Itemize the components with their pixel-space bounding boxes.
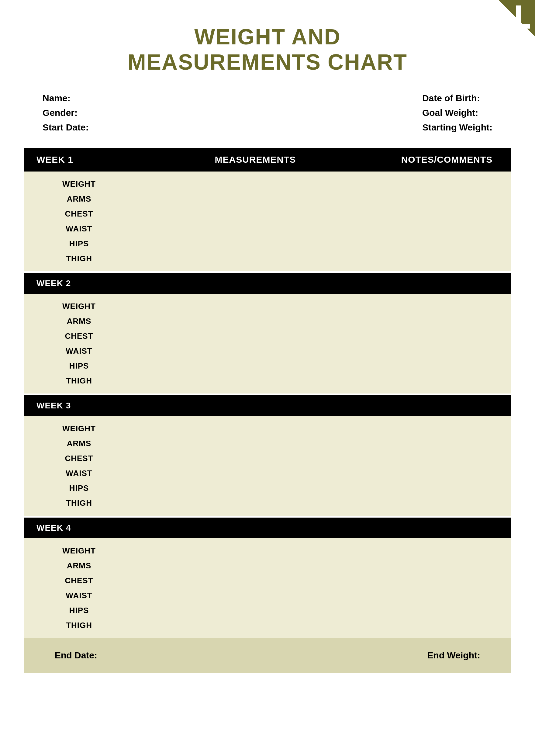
- week-4-data-row: WEIGHT ARMS CHEST WAIST HIPS THIGH: [24, 538, 511, 638]
- week-1-notes-cell: [383, 171, 511, 271]
- week-2-waist: WAIST: [66, 346, 92, 356]
- col-header-notes: NOTES/COMMENTS: [383, 148, 511, 171]
- week-3-waist: WAIST: [66, 469, 92, 478]
- week-2-notes-cell: [383, 294, 511, 393]
- week-4-chest: CHEST: [65, 576, 93, 585]
- week-1-data-row: WEIGHT ARMS CHEST WAIST HIPS THIGH: [24, 171, 511, 271]
- week-1-chest: CHEST: [65, 209, 93, 218]
- name-label: Name:: [42, 93, 89, 103]
- week-2-arms: ARMS: [67, 317, 92, 326]
- week-4-metrics-block: WEIGHT ARMS CHEST WAIST HIPS THIGH: [37, 546, 122, 630]
- week-4-measurements-cell: [128, 538, 383, 638]
- svg-rect-1: [516, 6, 521, 24]
- week-3-notes-cell: [383, 416, 511, 516]
- week-3-weight: WEIGHT: [62, 424, 96, 433]
- week-3-hips: HIPS: [69, 483, 89, 493]
- col-header-measurements: MEASUREMENTS: [128, 148, 383, 171]
- week-1-metrics-block: WEIGHT ARMS CHEST WAIST HIPS THIGH: [37, 179, 122, 263]
- start-date-label: Start Date:: [42, 122, 89, 132]
- footer-row: End Date: End Weight:: [24, 638, 511, 673]
- week-4-notes-cell: [383, 538, 511, 638]
- week-1-weight: WEIGHT: [62, 179, 96, 189]
- week-3-chest: CHEST: [65, 454, 93, 463]
- week-2-weight: WEIGHT: [62, 302, 96, 311]
- header: WEIGHT AND MEASUREMENTS CHART: [24, 18, 511, 75]
- week-1-metrics-cell: WEIGHT ARMS CHEST WAIST HIPS THIGH: [24, 171, 128, 271]
- week-4-waist: WAIST: [66, 591, 92, 600]
- dob-label: Date of Birth:: [422, 93, 493, 103]
- week-4-metrics-cell: WEIGHT ARMS CHEST WAIST HIPS THIGH: [24, 538, 128, 638]
- week-2-header-cell: WEEK 2: [24, 273, 511, 294]
- gender-label: Gender:: [42, 108, 89, 118]
- measurements-table: WEEK 1 MEASUREMENTS NOTES/COMMENTS WEIGH…: [24, 148, 511, 673]
- svg-rect-2: [507, 24, 530, 29]
- week-4-weight: WEIGHT: [62, 546, 96, 556]
- week-2-data-row: WEIGHT ARMS CHEST WAIST HIPS THIGH: [24, 294, 511, 393]
- info-column-right: Date of Birth: Goal Weight: Starting Wei…: [422, 93, 493, 132]
- week-2-header-row: WEEK 2: [24, 273, 511, 294]
- week-1-waist: WAIST: [66, 224, 92, 234]
- page: WEIGHT AND MEASUREMENTS CHART Name: Gend…: [0, 0, 535, 756]
- end-date-label: End Date:: [55, 650, 97, 660]
- week-2-thigh: THIGH: [66, 376, 92, 386]
- week-3-header-row: WEEK 3: [24, 395, 511, 416]
- week-3-arms: ARMS: [67, 439, 92, 448]
- table-header-row: WEEK 1 MEASUREMENTS NOTES/COMMENTS: [24, 148, 511, 171]
- week-1-thigh: THIGH: [66, 254, 92, 263]
- week-3-thigh: THIGH: [66, 498, 92, 508]
- week-1-arms: ARMS: [67, 194, 92, 204]
- week-3-metrics-cell: WEIGHT ARMS CHEST WAIST HIPS THIGH: [24, 416, 128, 516]
- week-1-measurements-cell: [128, 171, 383, 271]
- week-4-hips: HIPS: [69, 606, 89, 615]
- week-2-measurements-cell: [128, 294, 383, 393]
- end-weight-label: End Weight:: [427, 650, 480, 660]
- week-2-hips: HIPS: [69, 361, 89, 371]
- week-3-measurements-cell: [128, 416, 383, 516]
- info-section: Name: Gender: Start Date: Date of Birth:…: [24, 93, 511, 132]
- corner-decoration-icon: [498, 0, 535, 37]
- week-2-metrics-block: WEIGHT ARMS CHEST WAIST HIPS THIGH: [37, 302, 122, 386]
- week-2-chest: CHEST: [65, 332, 93, 341]
- week-3-data-row: WEIGHT ARMS CHEST WAIST HIPS THIGH: [24, 416, 511, 516]
- week-3-metrics-block: WEIGHT ARMS CHEST WAIST HIPS THIGH: [37, 424, 122, 508]
- week-4-header-row: WEEK 4: [24, 518, 511, 538]
- col-header-week: WEEK 1: [24, 148, 128, 171]
- starting-weight-label: Starting Weight:: [422, 122, 493, 132]
- week-3-header-cell: WEEK 3: [24, 395, 511, 416]
- goal-weight-label: Goal Weight:: [422, 108, 493, 118]
- week-1-hips: HIPS: [69, 239, 89, 248]
- week-4-arms: ARMS: [67, 561, 92, 570]
- page-title: WEIGHT AND MEASUREMENTS CHART: [24, 24, 511, 75]
- info-column-left: Name: Gender: Start Date:: [42, 93, 89, 132]
- footer-section: End Date: End Weight:: [24, 638, 511, 673]
- week-4-header-cell: WEEK 4: [24, 518, 511, 538]
- week-2-metrics-cell: WEIGHT ARMS CHEST WAIST HIPS THIGH: [24, 294, 128, 393]
- week-4-thigh: THIGH: [66, 621, 92, 630]
